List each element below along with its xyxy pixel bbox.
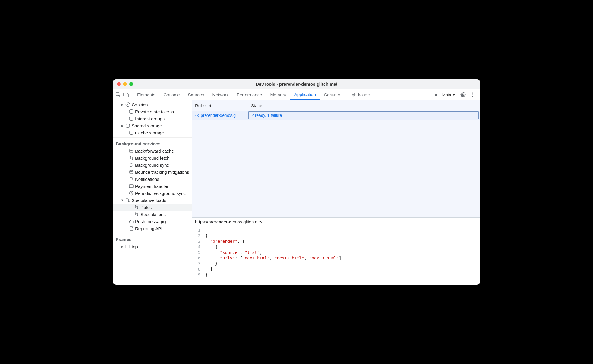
sidebar-item-back-forward-cache[interactable]: Back/forward cache bbox=[113, 147, 192, 154]
line-number: 3 bbox=[192, 239, 200, 244]
line-number: 6 bbox=[192, 255, 200, 261]
svg-point-12 bbox=[126, 124, 130, 125]
sidebar-item-private-state-tokens[interactable]: Private state tokens bbox=[113, 108, 192, 115]
tab-lighthouse[interactable]: Lighthouse bbox=[344, 89, 374, 100]
chevron-right-icon[interactable]: ▶ bbox=[120, 245, 124, 249]
grid-body: prerender-demos.g2 ready, 1 failure bbox=[192, 111, 480, 217]
sidebar-item-label: Private state tokens bbox=[135, 109, 174, 114]
detail-url: https://prerender-demos.glitch.me/ bbox=[192, 218, 480, 226]
updown-icon bbox=[129, 155, 134, 161]
tab-application[interactable]: Application bbox=[290, 89, 320, 100]
tab-sources[interactable]: Sources bbox=[184, 89, 208, 100]
target-label: Main bbox=[442, 92, 451, 97]
ruleset-link[interactable]: prerender-demos.g bbox=[201, 113, 236, 118]
tab-network[interactable]: Network bbox=[208, 89, 233, 100]
zoom-icon[interactable] bbox=[129, 82, 133, 86]
tab-security[interactable]: Security bbox=[320, 89, 344, 100]
tab-performance[interactable]: Performance bbox=[233, 89, 266, 100]
sidebar-item-label: Shared storage bbox=[132, 123, 162, 128]
sidebar-item-label: Push messaging bbox=[135, 219, 168, 224]
main-panel: Rule set Status prerender-demos.g2 ready… bbox=[192, 100, 480, 285]
line-number: 7 bbox=[192, 261, 200, 267]
sidebar-item-label: Back/forward cache bbox=[135, 149, 174, 154]
code-line: ] bbox=[205, 267, 341, 272]
chevron-down-icon[interactable]: ▼ bbox=[120, 198, 124, 202]
sidebar-item-label: Cookies bbox=[132, 102, 148, 107]
svg-point-11 bbox=[130, 117, 133, 118]
sidebar-item-reporting-api[interactable]: Reporting API bbox=[113, 225, 192, 232]
sync-icon bbox=[129, 162, 134, 168]
sidebar-item-rules[interactable]: Rules bbox=[113, 204, 192, 211]
sidebar-item-label: Speculative loads bbox=[132, 198, 166, 203]
code-line: "prerender": [ bbox=[205, 239, 341, 244]
code-line: } bbox=[205, 272, 341, 278]
line-number: 1 bbox=[192, 227, 200, 233]
sidebar-item-periodic-background-sync[interactable]: Periodic background sync bbox=[113, 190, 192, 197]
sidebar-item-label: Cache storage bbox=[135, 130, 164, 135]
svg-rect-19 bbox=[126, 245, 130, 248]
line-number: 2 bbox=[192, 233, 200, 239]
sidebar-item-interest-groups[interactable]: Interest groups bbox=[113, 115, 192, 122]
svg-point-7 bbox=[127, 104, 128, 105]
code-line bbox=[205, 227, 341, 233]
svg-point-5 bbox=[472, 96, 473, 97]
svg-point-15 bbox=[130, 170, 133, 171]
kebab-menu-icon[interactable] bbox=[468, 92, 477, 97]
detail-panel: https://prerender-demos.glitch.me/ 12345… bbox=[192, 217, 480, 285]
sidebar-item-label: Interest groups bbox=[135, 116, 165, 121]
ruleset-row[interactable]: prerender-demos.g2 ready, 1 failure bbox=[192, 111, 480, 120]
svg-point-10 bbox=[130, 110, 133, 111]
sidebar-item-label: Background sync bbox=[135, 163, 169, 168]
close-icon[interactable] bbox=[117, 82, 121, 86]
code-viewer: 123456789 { "prerender": [ { "source": "… bbox=[192, 226, 480, 285]
line-number: 8 bbox=[192, 267, 200, 272]
sidebar-item-label: top bbox=[132, 244, 138, 249]
status-link[interactable]: 2 ready, 1 failure bbox=[248, 111, 479, 119]
svg-point-3 bbox=[472, 92, 473, 93]
sidebar-item-notifications[interactable]: Notifications bbox=[113, 176, 192, 183]
chevron-right-icon[interactable]: ▶ bbox=[120, 103, 124, 107]
code-line: { bbox=[205, 233, 341, 239]
line-number: 9 bbox=[192, 272, 200, 278]
sidebar-item-cookies[interactable]: ▶Cookies bbox=[113, 101, 192, 108]
tab-console[interactable]: Console bbox=[160, 89, 184, 100]
device-toolbar-icon[interactable] bbox=[122, 89, 130, 100]
sidebar-item-speculations[interactable]: Speculations bbox=[113, 211, 192, 218]
db-icon bbox=[129, 130, 134, 135]
svg-point-8 bbox=[128, 105, 129, 105]
db-icon bbox=[129, 148, 134, 154]
line-gutter: 123456789 bbox=[192, 227, 204, 284]
bell-icon bbox=[129, 176, 134, 182]
window-title: DevTools - prerender-demos.glitch.me/ bbox=[113, 82, 480, 87]
code-lines: { "prerender": [ { "source": "list", "ur… bbox=[204, 227, 341, 284]
circle-arrow-icon bbox=[195, 113, 200, 118]
chevron-right-icon[interactable]: ▶ bbox=[120, 124, 124, 128]
sidebar-item-cache-storage[interactable]: Cache storage bbox=[113, 129, 192, 136]
sidebar-item-shared-storage[interactable]: ▶Shared storage bbox=[113, 122, 192, 129]
minimize-icon[interactable] bbox=[123, 82, 127, 86]
sidebar-item-push-messaging[interactable]: Push messaging bbox=[113, 218, 192, 225]
svg-point-9 bbox=[128, 105, 128, 106]
svg-rect-16 bbox=[129, 185, 133, 188]
db-icon bbox=[125, 123, 130, 128]
tab-memory[interactable]: Memory bbox=[266, 89, 290, 100]
traffic-lights bbox=[117, 82, 133, 86]
application-sidebar: ▶CookiesPrivate state tokensInterest gro… bbox=[113, 100, 192, 285]
tab-elements[interactable]: Elements bbox=[133, 89, 160, 100]
sidebar-item-bounce-tracking-mitigations[interactable]: Bounce tracking mitigations bbox=[113, 168, 192, 176]
more-tabs-icon[interactable]: » bbox=[433, 92, 440, 97]
code-line: "source": "list", bbox=[205, 250, 341, 255]
svg-rect-2 bbox=[127, 94, 129, 97]
db-icon bbox=[129, 109, 134, 114]
sidebar-item-payment-handler[interactable]: Payment handler bbox=[113, 183, 192, 190]
sidebar-item-top[interactable]: ▶top bbox=[113, 243, 192, 250]
sidebar-item-background-fetch[interactable]: Background fetch bbox=[113, 154, 192, 161]
sidebar-item-background-sync[interactable]: Background sync bbox=[113, 161, 192, 168]
col-status[interactable]: Status bbox=[248, 100, 480, 111]
col-ruleset[interactable]: Rule set bbox=[192, 100, 248, 111]
svg-point-14 bbox=[130, 149, 133, 150]
sidebar-item-speculative-loads[interactable]: ▼Speculative loads bbox=[113, 197, 192, 204]
settings-icon[interactable] bbox=[459, 92, 467, 97]
inspect-element-icon[interactable] bbox=[114, 89, 122, 100]
target-selector[interactable]: Main ▼ bbox=[440, 92, 458, 97]
